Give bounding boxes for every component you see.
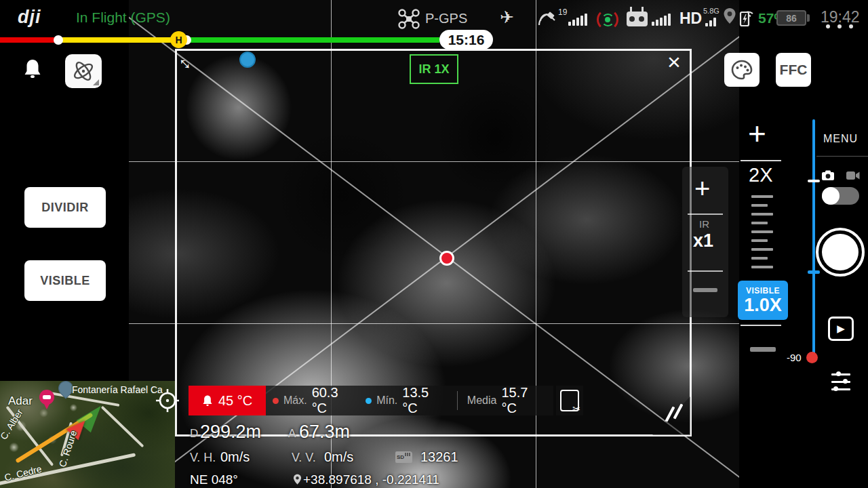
app-screen: ↔ × IR 1X dji In Flight (GPS) P-GPS ✈ 19 <box>0 0 868 488</box>
map-center-crosshair-button[interactable] <box>155 388 180 413</box>
min-temp-label: Mín. <box>376 394 397 407</box>
visible-zoom-label: VISIBLE <box>746 286 780 296</box>
gimbal-icon <box>71 59 96 83</box>
hd-signal-bars <box>705 18 716 26</box>
visible-zoom-value: 1.0X <box>744 296 782 314</box>
map-poi-label: Fontanería Rafael Ca <box>72 384 163 395</box>
distance-value: 299.2m <box>200 422 261 443</box>
camera-settings-icon[interactable] <box>831 371 850 393</box>
frame-drag-handle[interactable] <box>652 396 690 435</box>
gimbal-attitude-button[interactable] <box>65 54 102 88</box>
hd-transmission-label: HD <box>679 9 702 28</box>
ffc-calibration-button[interactable]: FFC <box>776 53 811 87</box>
temp-alarm-box[interactable]: 45 °C <box>189 386 266 415</box>
pitch-min-label: -90 <box>787 352 802 363</box>
play-icon: ▶ <box>837 323 845 335</box>
home-point-marker: H <box>170 31 187 48</box>
shutter-button[interactable] <box>816 228 865 277</box>
clock-dot <box>837 24 842 28</box>
min-temp-dot <box>366 398 372 404</box>
mini-map[interactable]: Fontanería Rafael Ca Adar C. Alber C. Ce… <box>0 381 175 488</box>
ir-zoom-out-button[interactable] <box>693 288 717 292</box>
flight-timer-pill: 15:16 <box>439 30 493 49</box>
handle-triangle <box>652 396 690 435</box>
photo-mode-icon[interactable] <box>821 170 835 181</box>
playback-button[interactable]: ▶ <box>828 317 854 341</box>
video-mode-icon[interactable] <box>846 171 860 180</box>
alarm-temp-value: 45 °C <box>218 393 252 409</box>
spot-meter-dot <box>439 251 454 266</box>
zoom-in-button[interactable]: + <box>748 118 766 149</box>
expand-triangle-icon <box>93 79 99 85</box>
max-temp-dot <box>273 398 279 404</box>
map-poi-label: Adar <box>8 394 33 408</box>
close-icon[interactable]: × <box>667 50 681 73</box>
battery-bar-critical <box>0 37 58 43</box>
hd-band-label: 5.8G <box>703 7 719 15</box>
clock-dot <box>849 24 853 28</box>
altitude-label: A <box>288 427 296 441</box>
hotel-poi-pin <box>39 390 54 405</box>
photo-video-toggle[interactable] <box>822 187 859 205</box>
rc-signal-bars <box>652 14 671 26</box>
satellite-count: 19 <box>558 7 567 17</box>
split-view-button[interactable]: DIVIDIR <box>24 187 106 228</box>
bell-icon[interactable] <box>23 58 42 80</box>
ir-rail-label: IR <box>699 218 709 230</box>
pitch-current-marker <box>808 180 820 182</box>
adsb-plane-icon: ✈ <box>500 7 514 27</box>
alarm-bell-icon <box>202 394 213 407</box>
horizontal-speed-label: V. H. <box>190 451 216 465</box>
heading-value: NE 048° <box>190 472 238 487</box>
battery-bar-safe <box>187 37 439 43</box>
measure-area-icon: ✂ <box>560 390 579 411</box>
max-temp-value: 60.3 °C <box>312 385 357 416</box>
menu-button[interactable]: MENU <box>823 133 858 145</box>
remote-controller-icon <box>627 12 648 26</box>
pitch-slider-track[interactable] <box>812 119 815 358</box>
focus-point-dot[interactable] <box>239 52 256 68</box>
flight-status-text[interactable]: In Flight (GPS) <box>76 9 170 26</box>
avg-temp-label: Media <box>467 394 497 407</box>
divider <box>457 391 458 410</box>
altitude-value: 67.3m <box>299 422 350 443</box>
sd-capacity-value: 13261 <box>420 449 458 465</box>
divider <box>688 270 723 272</box>
pitch-limit-dot <box>806 352 818 363</box>
coordinates-value: +38.897618 , -0.221411 <box>303 472 439 487</box>
pitch-tick <box>808 270 820 274</box>
divider <box>741 325 781 326</box>
vertical-speed-label: V. V. <box>292 451 316 465</box>
flight-mode-label[interactable]: P-GPS <box>425 11 467 26</box>
visible-zoom-button[interactable]: VISIBLE 1.0X <box>738 281 788 320</box>
zoom-out-button[interactable] <box>750 347 776 352</box>
toggle-knob <box>822 187 840 205</box>
min-temp-value: 13.5 °C <box>402 385 448 416</box>
shutter-inner <box>822 234 859 270</box>
clock-label[interactable]: 19:42 <box>821 8 860 26</box>
divider <box>741 160 781 161</box>
sd-card-icon: SD <box>395 451 412 463</box>
distance-label: D <box>190 427 198 441</box>
area-measure-button[interactable]: ✂ <box>556 386 583 415</box>
divider <box>816 156 868 157</box>
ir-zoom-badge: IR 1X <box>410 54 458 84</box>
vertical-speed-value: 0m/s <box>324 449 353 465</box>
aircraft-battery-icon: 86 <box>776 10 806 26</box>
thermal-palette-button[interactable] <box>724 53 760 87</box>
battery-nub <box>807 14 810 22</box>
visible-view-button[interactable]: VISIBLE <box>24 260 106 301</box>
zoom-level-value: 2X <box>749 164 772 186</box>
ir-zoom-value: x1 <box>693 230 713 251</box>
clock-dot <box>826 24 830 28</box>
flight-timer: 15:16 <box>448 32 485 48</box>
gps-signal-bars <box>568 14 587 26</box>
obstacle-sensing-icon <box>597 9 618 30</box>
max-temp-label: Máx. <box>283 394 307 407</box>
coords-pin-icon <box>293 474 302 485</box>
ir-zoom-in-button[interactable]: + <box>694 175 710 202</box>
palette-icon <box>731 60 753 80</box>
thermometry-bar: Máx. 60.3 °C Mín. 13.5 °C Media 15.7 °C <box>266 386 553 415</box>
avg-temp-value: 15.7 °C <box>501 385 547 416</box>
rc-signal-battery-icon <box>738 8 757 28</box>
